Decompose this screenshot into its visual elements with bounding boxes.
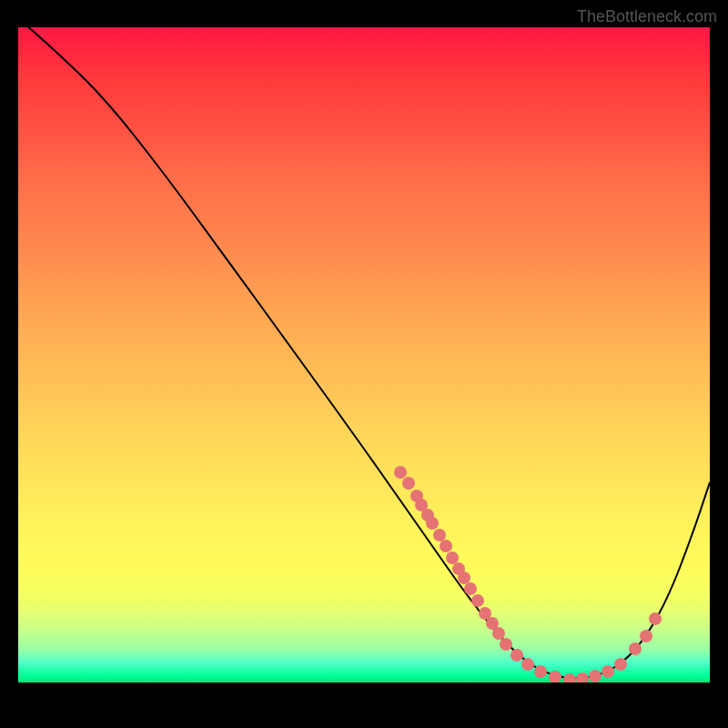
data-point: [440, 540, 452, 552]
data-point: [576, 672, 589, 682]
data-point: [492, 627, 505, 640]
watermark-text: TheBottleneck.com: [577, 7, 717, 26]
data-point: [549, 671, 561, 682]
data-point: [402, 477, 415, 490]
data-point: [394, 466, 407, 479]
data-point: [433, 529, 446, 541]
data-point: [471, 594, 484, 607]
data-point: [521, 658, 534, 671]
data-point: [534, 665, 547, 678]
data-point: [426, 517, 439, 530]
data-point: [649, 612, 662, 625]
data-point: [589, 670, 602, 682]
bottleneck-curve-line: [18, 27, 710, 679]
data-point: [629, 642, 642, 655]
data-point: [640, 630, 652, 642]
data-point: [563, 673, 576, 682]
chart-svg: [18, 27, 710, 682]
data-point: [458, 571, 470, 584]
chart-container: [18, 27, 710, 682]
data-point: [511, 649, 523, 662]
data-point: [602, 665, 614, 678]
data-point: [614, 658, 627, 671]
data-point: [464, 582, 477, 595]
data-points-group: [394, 466, 662, 682]
data-point: [500, 638, 512, 651]
data-point: [446, 551, 459, 564]
